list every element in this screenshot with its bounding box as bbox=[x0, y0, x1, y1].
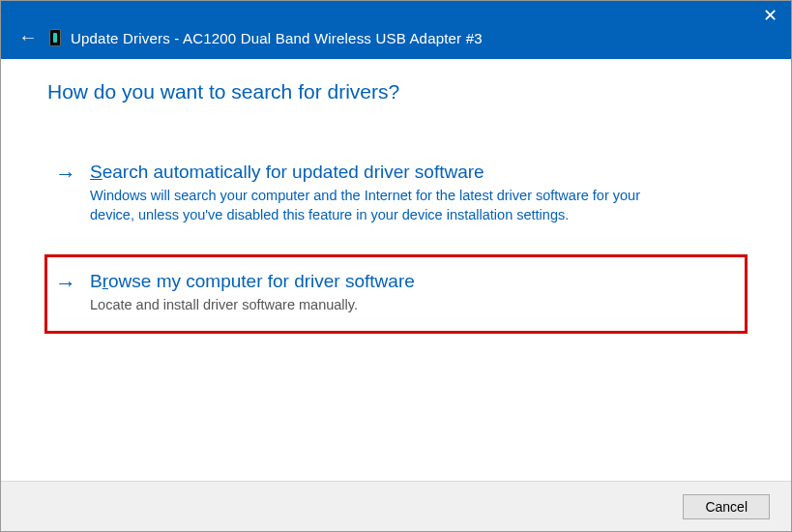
device-icon bbox=[49, 29, 61, 46]
option-accel-b: B bbox=[90, 271, 103, 291]
arrow-right-icon: → bbox=[55, 163, 76, 185]
titlebar: ✕ ← Update Drivers - AC1200 Dual Band Wi… bbox=[1, 1, 791, 59]
option-title-rest: owse my computer for driver software bbox=[108, 271, 415, 291]
footer: Cancel bbox=[1, 481, 791, 531]
option-description: Locate and install driver software manua… bbox=[90, 296, 651, 315]
option-title: Search automatically for updated driver … bbox=[90, 162, 727, 183]
cancel-button[interactable]: Cancel bbox=[683, 494, 770, 519]
option-browse-computer[interactable]: → Browse my computer for driver software… bbox=[47, 257, 745, 331]
option-title: Browse my computer for driver software bbox=[90, 271, 727, 292]
option-text: Search automatically for updated driver … bbox=[90, 162, 727, 224]
option-search-automatically[interactable]: → Search automatically for updated drive… bbox=[47, 148, 745, 240]
arrow-right-icon: → bbox=[55, 273, 76, 294]
content-area: How do you want to search for drivers? →… bbox=[1, 59, 791, 481]
window-title: Update Drivers - AC1200 Dual Band Wirele… bbox=[71, 30, 483, 46]
back-icon[interactable]: ← bbox=[18, 26, 38, 48]
page-heading: How do you want to search for drivers? bbox=[47, 80, 745, 103]
option-title-rest: earch automatically for updated driver s… bbox=[103, 162, 484, 182]
close-icon[interactable]: ✕ bbox=[763, 7, 777, 24]
option-description: Windows will search your computer and th… bbox=[90, 187, 651, 224]
option-accel: S bbox=[90, 162, 103, 182]
update-drivers-dialog: ✕ ← Update Drivers - AC1200 Dual Band Wi… bbox=[0, 0, 792, 532]
option-text: Browse my computer for driver software L… bbox=[90, 271, 727, 315]
